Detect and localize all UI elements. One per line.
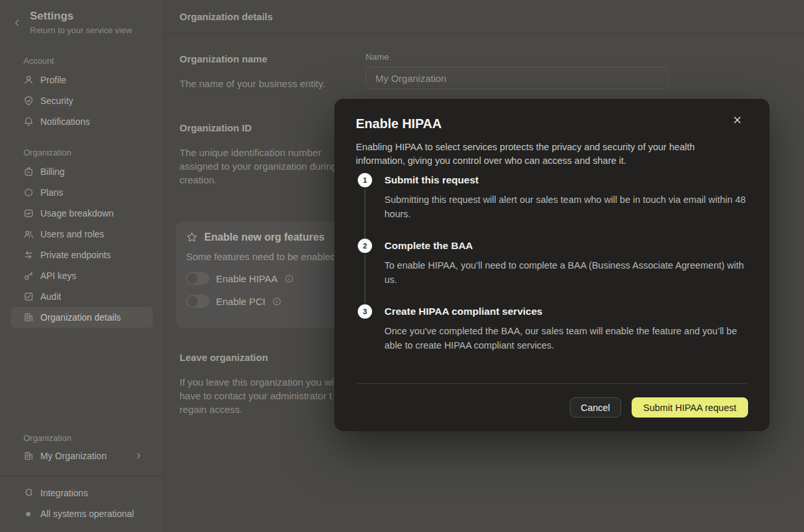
bell-icon	[23, 116, 34, 127]
leave-org-heading: Leave organization	[180, 352, 268, 363]
step-number-badge: 2	[358, 239, 372, 253]
user-icon	[23, 75, 34, 85]
sidebar-divider	[0, 475, 164, 476]
org-switcher-label: My Organization	[40, 451, 107, 461]
building-icon	[23, 312, 34, 323]
org-name-description: The name of your business entity.	[180, 77, 349, 90]
star-icon	[186, 232, 198, 243]
step-title: Create HIPAA compliant services	[384, 304, 748, 319]
status-label: All systems operational	[40, 509, 134, 519]
step-number-badge: 3	[358, 304, 372, 319]
sidebar-item-label: Organization details	[40, 312, 121, 323]
users-icon	[23, 229, 34, 239]
footer-section-label: Organization	[0, 428, 164, 446]
sidebar-item-label: Billing	[40, 166, 64, 177]
page-title: Organization details	[180, 11, 273, 22]
sidebar-item-label: Notifications	[40, 116, 90, 127]
step-number-badge: 1	[358, 173, 372, 187]
step-body: To enable HIPAA, you’ll need to complete…	[384, 259, 748, 287]
sidebar-item-label: Users and roles	[40, 229, 104, 239]
submit-hipaa-request-button[interactable]: Submit HIPAA request	[632, 397, 748, 418]
org-switcher[interactable]: My Organization	[11, 446, 153, 466]
page-header: Organization details	[165, 0, 804, 34]
building-icon	[23, 451, 34, 461]
step-3: 3 Create HIPAA compliant services Once y…	[356, 304, 748, 352]
sidebar-item-api-keys[interactable]: API keys	[11, 265, 153, 286]
step-2: 2 Complete the BAA To enable HIPAA, you’…	[356, 239, 748, 287]
swap-arrows-icon	[23, 250, 34, 260]
sidebar-item-users-and-roles[interactable]: Users and roles	[11, 224, 153, 245]
info-icon[interactable]	[284, 274, 294, 284]
sidebar-item-billing[interactable]: Billing	[11, 161, 153, 182]
section-label-account: Account	[0, 51, 164, 70]
pci-toggle[interactable]	[186, 295, 209, 308]
org-name-heading: Organization name	[180, 53, 267, 64]
sidebar-item-label: Plans	[40, 187, 63, 198]
sidebar-nav: Account Profile Security Notifications O…	[0, 51, 164, 328]
sidebar-item-plans[interactable]: Plans	[11, 182, 153, 203]
org-name-input[interactable]	[366, 67, 669, 89]
integrations-item[interactable]: Integrations	[11, 483, 153, 503]
close-icon[interactable]	[732, 114, 743, 126]
step-body: Submitting this request will alert our s…	[384, 193, 748, 221]
sidebar-title: Settings	[30, 10, 74, 23]
hipaa-toggle[interactable]	[186, 272, 209, 285]
sidebar-item-label: Usage breakdown	[40, 208, 114, 219]
system-status-item[interactable]: All systems operational	[11, 503, 153, 524]
sidebar-item-label: Private endpoints	[40, 250, 111, 260]
features-card-title: Enable new org features	[204, 232, 325, 243]
audit-check-icon	[23, 291, 34, 302]
sidebar-item-audit[interactable]: Audit	[11, 286, 153, 307]
cancel-button[interactable]: Cancel	[570, 397, 621, 418]
sidebar-item-organization-details[interactable]: Organization details	[11, 307, 153, 328]
org-id-heading: Organization ID	[180, 122, 252, 133]
sidebar: Settings Return to your service view Acc…	[0, 0, 165, 532]
section-label-organization: Organization	[0, 142, 164, 161]
sidebar-item-usage-breakdown[interactable]: Usage breakdown	[11, 203, 153, 224]
step-title: Complete the BAA	[384, 239, 748, 253]
modal-description: Enabling HIPAA to select services protec…	[356, 140, 720, 168]
shield-check-icon	[23, 96, 34, 106]
name-field-label: Name	[366, 52, 389, 62]
wallet-icon	[23, 166, 34, 177]
key-icon	[23, 271, 34, 281]
sidebar-item-label: Security	[40, 96, 74, 106]
pci-toggle-label: Enable PCI	[216, 296, 265, 307]
sidebar-item-private-endpoints[interactable]: Private endpoints	[11, 245, 153, 265]
step-title: Submit this request	[384, 173, 748, 187]
chevron-right-icon	[135, 452, 142, 460]
modal-steps: 1 Submit this request Submitting this re…	[356, 170, 748, 352]
enable-hipaa-modal: Enable HIPAA Enabling HIPAA to select se…	[334, 99, 770, 431]
circle-icon	[23, 187, 34, 198]
sidebar-item-notifications[interactable]: Notifications	[11, 111, 153, 132]
modal-footer: Cancel Submit HIPAA request	[356, 383, 748, 418]
sidebar-item-label: Profile	[40, 75, 66, 85]
org-id-description: The unique identification number assigne…	[180, 146, 337, 187]
step-1: 1 Submit this request Submitting this re…	[356, 173, 748, 221]
hipaa-toggle-label: Enable HIPAA	[216, 273, 278, 284]
sidebar-footer: Organization My Organization Integration…	[0, 428, 164, 532]
leave-org-description: If you leave this organization you wil h…	[180, 375, 336, 416]
integrations-label: Integrations	[40, 488, 88, 498]
step-body: Once you've completed the BAA, our sales…	[384, 325, 748, 352]
puzzle-icon	[23, 488, 34, 498]
info-icon[interactable]	[272, 297, 282, 306]
sidebar-item-profile[interactable]: Profile	[11, 70, 153, 90]
sidebar-subtitle: Return to your service view	[30, 25, 132, 35]
status-dot-icon	[26, 512, 31, 516]
sidebar-item-label: API keys	[40, 271, 76, 281]
sidebar-item-security[interactable]: Security	[11, 90, 153, 111]
sidebar-item-label: Audit	[40, 291, 61, 302]
modal-title: Enable HIPAA	[356, 116, 442, 131]
chart-icon	[23, 208, 34, 219]
back-chevron-icon[interactable]	[12, 18, 21, 27]
